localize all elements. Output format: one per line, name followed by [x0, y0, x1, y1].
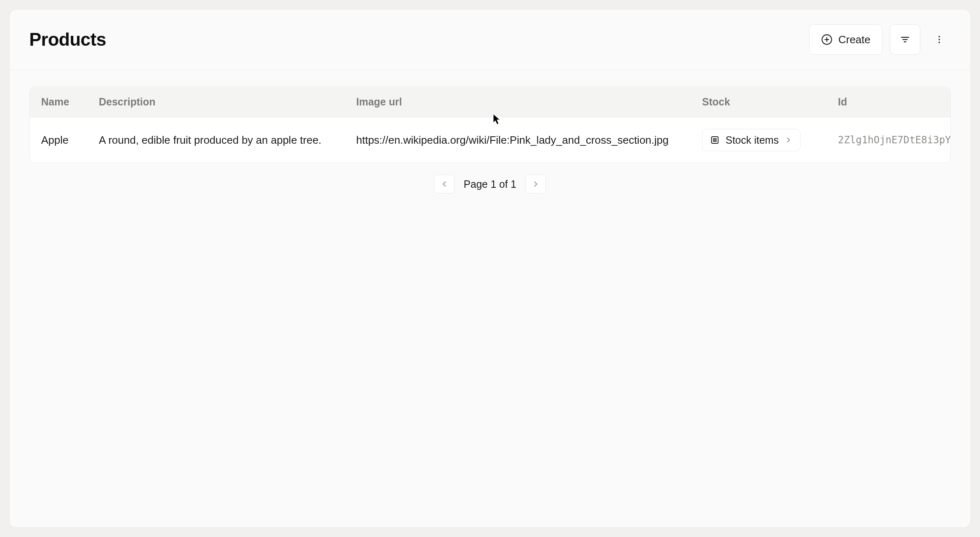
more-menu-button[interactable] [928, 24, 951, 55]
header-actions: Create [809, 24, 951, 55]
products-table: Name Description Image url Stock Id Appl… [30, 87, 950, 163]
plus-circle-icon [821, 34, 833, 45]
more-vertical-icon [934, 35, 944, 44]
svg-point-6 [938, 36, 940, 37]
header: Products Create [9, 9, 971, 70]
pagination: Page 1 of 1 [29, 175, 951, 194]
column-header-description[interactable]: Description [87, 87, 345, 117]
column-header-stock[interactable]: Stock [691, 87, 826, 117]
column-header-image-url[interactable]: Image url [345, 87, 691, 117]
table-row[interactable]: Apple A round, edible fruit produced by … [30, 117, 950, 163]
next-page-button[interactable] [525, 175, 546, 194]
products-panel: Products Create [9, 9, 971, 528]
chevron-left-icon [440, 180, 449, 189]
content: Name Description Image url Stock Id Appl… [9, 70, 971, 210]
stock-items-button[interactable]: Stock items [702, 129, 800, 151]
page-label: Page 1 of 1 [464, 178, 516, 190]
cell-image-url: https://en.wikipedia.org/wiki/File:Pink_… [345, 117, 691, 163]
chevron-right-icon [784, 136, 793, 144]
filter-icon [900, 34, 910, 45]
page-title: Products [29, 29, 106, 50]
cell-stock: Stock items [691, 117, 826, 163]
list-icon [710, 135, 720, 145]
svg-point-8 [938, 42, 940, 43]
filter-button[interactable] [890, 24, 920, 55]
column-header-id[interactable]: Id [826, 87, 950, 117]
chevron-right-icon [531, 180, 540, 189]
cell-description: A round, edible fruit produced by an app… [87, 117, 345, 163]
stock-items-label: Stock items [726, 134, 779, 146]
create-button[interactable]: Create [809, 24, 882, 55]
prev-page-button[interactable] [434, 175, 455, 194]
column-header-name[interactable]: Name [30, 87, 87, 117]
svg-point-7 [938, 39, 940, 40]
cell-name: Apple [30, 117, 87, 163]
cell-id: 2Zlg1hOjnE7DtE8i3pYP [826, 117, 950, 163]
products-table-wrap: Name Description Image url Stock Id Appl… [29, 86, 951, 163]
table-header-row: Name Description Image url Stock Id [30, 87, 950, 117]
create-button-label: Create [838, 33, 870, 46]
